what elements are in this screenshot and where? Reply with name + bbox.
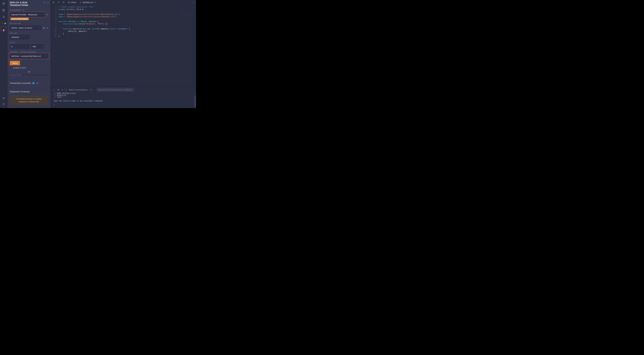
term-line-ethers[interactable]: ethers.js xyxy=(57,94,66,96)
svg-point-25 xyxy=(90,89,92,90)
term-line-remix: remix xyxy=(57,96,62,98)
ban-icon[interactable] xyxy=(57,88,60,91)
network-badge: Custom (20197) network xyxy=(10,18,29,20)
account-label: ACCOUNT xyxy=(10,22,48,25)
term-line-web3[interactable]: web3 version 1.5.2 xyxy=(57,92,76,94)
svg-marker-14 xyxy=(53,2,54,3)
svg-line-19 xyxy=(64,3,64,3)
info-icon[interactable] xyxy=(36,82,38,84)
panel-title: DEPLOY & RUN TRANSACTIONS xyxy=(10,1,44,6)
check-icon xyxy=(44,1,46,4)
account-select[interactable]: 0x5F9...c6941 (0 ether) ⇳ xyxy=(10,25,42,30)
at-address-button[interactable]: At Address xyxy=(10,74,22,76)
expand-horizontal-icon[interactable]: ↔ xyxy=(192,1,195,3)
tab-home[interactable]: Home xyxy=(68,1,76,4)
caret-updown-icon: ⇳ xyxy=(42,14,44,15)
term-prompt[interactable]: > xyxy=(54,104,193,106)
terminal: ⌄⌄ 0 listen on all transactions web3 ver… xyxy=(50,87,196,108)
tx-search-input[interactable] xyxy=(96,88,134,92)
close-icon[interactable]: ✕ xyxy=(94,1,96,3)
code-editor[interactable]: 12345678910111213 // SPDX-License-Identi… xyxy=(50,5,196,87)
svg-line-4 xyxy=(4,17,5,18)
chevrons-down-icon[interactable]: ⌄⌄ xyxy=(52,88,55,91)
line-gutter: 12345678910111213 xyxy=(50,5,58,87)
svg-point-3 xyxy=(3,16,4,17)
deployed-empty-msg: Currently you have no contract instances… xyxy=(10,95,48,105)
listen-label: listen on all transactions xyxy=(69,89,88,91)
gas-limit-input[interactable]: 3000000 xyxy=(10,35,30,39)
zoom-out-icon[interactable] xyxy=(57,1,60,4)
ipfs-label: Publish to IPFS xyxy=(13,67,26,69)
contract-label: CONTRACT (Compiled By Remix) xyxy=(10,51,48,53)
term-hint: Type the library name to see available c… xyxy=(54,100,193,102)
edit-icon[interactable] xyxy=(46,27,48,29)
zoom-in-icon[interactable] xyxy=(62,1,65,4)
plugin-manager-icon[interactable] xyxy=(2,96,6,100)
contract-note: (Compiled By Remix) xyxy=(20,51,36,53)
svg-line-26 xyxy=(91,90,92,90)
icon-rail xyxy=(0,0,8,108)
chevron-right-icon[interactable]: › xyxy=(48,1,48,4)
app-root: DEPLOY & RUN TRANSACTIONS › ENVIRONMENT … xyxy=(0,0,196,108)
deployed-header: Deployed Contracts xyxy=(10,90,48,93)
tab-file[interactable]: MyToken.sol ✕ xyxy=(79,1,96,4)
svg-line-16 xyxy=(59,3,59,3)
listen-checkbox[interactable] xyxy=(65,89,67,91)
caret-updown-icon: ⇳ xyxy=(46,55,47,57)
tx-recorded-label: Transactions recorded xyxy=(10,82,31,84)
svg-point-5 xyxy=(3,104,4,104)
search-icon[interactable] xyxy=(2,15,6,19)
tx-recorded-block[interactable]: Transactions recorded 0 › xyxy=(8,79,50,87)
svg-rect-10 xyxy=(43,27,44,28)
gas-label: GAS LIMIT xyxy=(10,32,48,34)
code-content[interactable]: // SPDX-License-Identifier: MITpragma so… xyxy=(58,5,196,87)
plus-circle-icon[interactable] xyxy=(18,22,21,25)
deploy-panel: DEPLOY & RUN TRANSACTIONS › ENVIRONMENT … xyxy=(8,0,50,108)
value-label: VALUE xyxy=(10,42,48,43)
search-icon[interactable] xyxy=(90,88,92,91)
copy-icon[interactable] xyxy=(42,27,45,29)
caret-updown-icon: ⇳ xyxy=(42,46,43,47)
contract-select[interactable]: MyToken - contracts/MyToken.sol ⇳ xyxy=(10,54,48,58)
info-icon[interactable]: i xyxy=(46,13,48,16)
file-explorer-icon[interactable] xyxy=(2,8,6,12)
env-label: ENVIRONMENT xyxy=(10,9,48,11)
terminal-body[interactable]: web3 version 1.5.2 ethers.js remix Type … xyxy=(50,92,196,108)
environment-select[interactable]: Injected Provider - Metamask ⇳ xyxy=(10,12,45,17)
svg-rect-9 xyxy=(44,27,44,29)
panel-header: DEPLOY & RUN TRANSACTIONS › xyxy=(8,0,50,8)
value-amount-input[interactable]: 0 xyxy=(10,44,30,49)
ipfs-checkbox[interactable] xyxy=(10,67,12,69)
deploy-button[interactable]: Deploy xyxy=(10,61,20,65)
deployed-block: Deployed Contracts Currently you have no… xyxy=(8,87,50,108)
remix-logo-icon[interactable] xyxy=(2,2,6,5)
compile-success-badge xyxy=(4,23,6,24)
chevron-right-icon: › xyxy=(48,82,48,84)
scrollbar-thumb[interactable] xyxy=(194,95,196,107)
pending-count: 0 xyxy=(62,89,63,91)
value-unit-select[interactable]: Wei ⇳ xyxy=(31,44,44,49)
or-label: OR xyxy=(10,71,48,73)
svg-point-22 xyxy=(68,1,70,3)
plug-icon xyxy=(22,9,24,11)
svg-line-24 xyxy=(58,89,59,90)
deploy-run-icon[interactable] xyxy=(2,28,6,32)
minimap[interactable] xyxy=(179,9,195,16)
tab-bar: Home MyToken.sol ✕ ↔ xyxy=(50,0,196,5)
at-address-input[interactable] xyxy=(22,74,48,76)
tx-count-badge: 0 xyxy=(32,82,35,84)
main-area: Home MyToken.sol ✕ ↔ 12345678910111213 /… xyxy=(50,0,196,108)
run-icon[interactable] xyxy=(52,1,55,4)
svg-point-0 xyxy=(3,2,5,5)
settings-icon[interactable] xyxy=(2,102,6,106)
caret-updown-icon: ⇳ xyxy=(39,27,40,29)
